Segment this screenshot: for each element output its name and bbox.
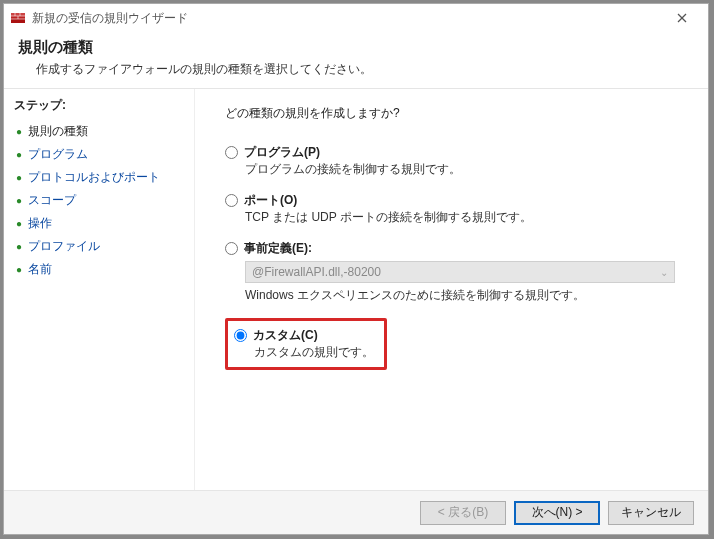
back-button: < 戻る(B) [420, 501, 506, 525]
step-label: プログラム [28, 146, 88, 163]
radio-predef-label[interactable]: 事前定義(E): [225, 240, 690, 257]
highlight-box: カスタム(C) カスタムの規則です。 [225, 318, 387, 370]
step-label: プロトコルおよびポート [28, 169, 160, 186]
radio-custom-label[interactable]: カスタム(C) [234, 327, 374, 344]
option-label: カスタム(C) [253, 327, 318, 344]
radio-program[interactable] [225, 146, 238, 159]
titlebar: 新規の受信の規則ウイザード [4, 4, 708, 32]
steps-title: ステップ: [14, 97, 184, 114]
step-label: 名前 [28, 261, 52, 278]
bullet-icon: ● [16, 172, 24, 183]
bullet-icon: ● [16, 126, 24, 137]
chevron-down-icon: ⌄ [660, 267, 668, 278]
option-label: プログラム(P) [244, 144, 320, 161]
step-action[interactable]: ● 操作 [14, 212, 184, 235]
next-button[interactable]: 次へ(N) > [514, 501, 600, 525]
option-port: ポート(O) TCP または UDP ポートの接続を制御する規則です。 [225, 192, 690, 226]
wizard-body: ステップ: ● 規則の種類 ● プログラム ● プロトコルおよびポート ● スコ… [4, 89, 708, 490]
option-custom: カスタム(C) カスタムの規則です。 [225, 318, 690, 370]
option-desc: カスタムの規則です。 [254, 344, 374, 361]
step-profile[interactable]: ● プロファイル [14, 235, 184, 258]
content-pane: どの種類の規則を作成しますか? プログラム(P) プログラムの接続を制御する規則… [194, 89, 708, 490]
step-label: 操作 [28, 215, 52, 232]
bullet-icon: ● [16, 264, 24, 275]
svg-rect-1 [11, 13, 25, 16]
wizard-footer: < 戻る(B) 次へ(N) > キャンセル [4, 490, 708, 534]
page-title: 規則の種類 [18, 38, 694, 57]
svg-rect-2 [11, 19, 25, 23]
option-desc: Windows エクスペリエンスのために接続を制御する規則です。 [245, 287, 690, 304]
step-program[interactable]: ● プログラム [14, 143, 184, 166]
page-subtitle: 作成するファイアウォールの規則の種類を選択してください。 [36, 61, 694, 78]
radio-custom[interactable] [234, 329, 247, 342]
bullet-icon: ● [16, 241, 24, 252]
bullet-icon: ● [16, 195, 24, 206]
step-label: プロファイル [28, 238, 100, 255]
radio-port-label[interactable]: ポート(O) [225, 192, 690, 209]
step-label: 規則の種類 [28, 123, 88, 140]
step-rule-type[interactable]: ● 規則の種類 [14, 120, 184, 143]
bullet-icon: ● [16, 218, 24, 229]
bullet-icon: ● [16, 149, 24, 160]
content-prompt: どの種類の規則を作成しますか? [225, 105, 690, 122]
step-name[interactable]: ● 名前 [14, 258, 184, 281]
firewall-icon [10, 10, 26, 26]
window-title: 新規の受信の規則ウイザード [32, 10, 188, 27]
wizard-window: 新規の受信の規則ウイザード 規則の種類 作成するファイアウォールの規則の種類を選… [3, 3, 709, 535]
dropdown-value: @FirewallAPI.dll,-80200 [252, 265, 381, 279]
radio-port[interactable] [225, 194, 238, 207]
step-scope[interactable]: ● スコープ [14, 189, 184, 212]
predefined-dropdown: @FirewallAPI.dll,-80200 ⌄ [245, 261, 675, 283]
radio-program-label[interactable]: プログラム(P) [225, 144, 690, 161]
steps-sidebar: ステップ: ● 規則の種類 ● プログラム ● プロトコルおよびポート ● スコ… [4, 89, 194, 490]
option-predefined: 事前定義(E): @FirewallAPI.dll,-80200 ⌄ Windo… [225, 240, 690, 304]
close-button[interactable] [662, 4, 702, 32]
option-label: ポート(O) [244, 192, 297, 209]
option-desc: プログラムの接続を制御する規則です。 [245, 161, 690, 178]
cancel-button[interactable]: キャンセル [608, 501, 694, 525]
step-label: スコープ [28, 192, 76, 209]
option-label: 事前定義(E): [244, 240, 312, 257]
wizard-header: 規則の種類 作成するファイアウォールの規則の種類を選択してください。 [4, 32, 708, 89]
option-program: プログラム(P) プログラムの接続を制御する規則です。 [225, 144, 690, 178]
close-icon [677, 13, 687, 23]
radio-predefined[interactable] [225, 242, 238, 255]
step-protocol-ports[interactable]: ● プロトコルおよびポート [14, 166, 184, 189]
option-desc: TCP または UDP ポートの接続を制御する規則です。 [245, 209, 690, 226]
